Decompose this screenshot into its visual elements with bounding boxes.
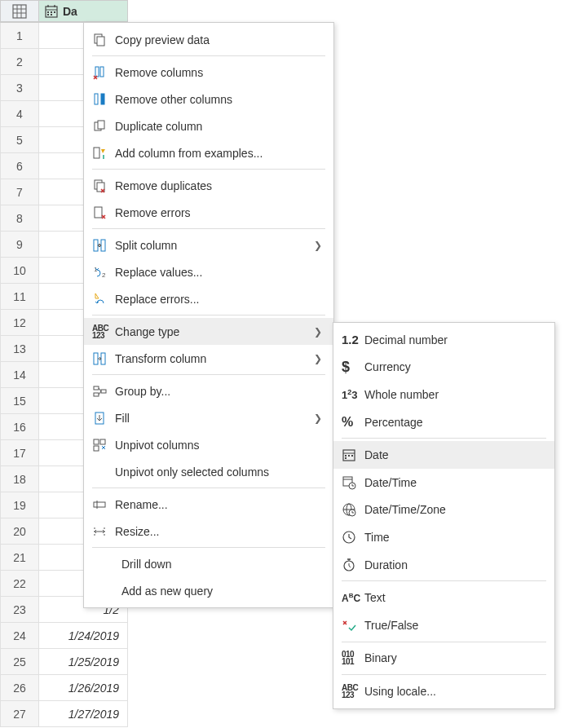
datetimezone-icon: [342, 502, 356, 517]
resize-icon: [92, 524, 107, 539]
type-binary[interactable]: 010101 Binary: [333, 645, 554, 673]
row-number[interactable]: 24: [0, 623, 39, 649]
row-number[interactable]: 14: [0, 362, 39, 388]
chevron-right-icon: ❯: [314, 240, 322, 251]
menu-change-type[interactable]: ABC123 Change type ❯: [84, 318, 333, 345]
menu-transform-column[interactable]: Transform column ❯: [84, 345, 333, 372]
menu-group-by[interactable]: Group by...: [84, 377, 333, 404]
row-number[interactable]: 8: [0, 205, 39, 232]
type-duration[interactable]: Duration: [333, 551, 554, 579]
row-number[interactable]: 11: [0, 284, 39, 310]
svg-rect-47: [348, 455, 350, 457]
row-number[interactable]: 16: [0, 414, 39, 440]
menu-copy-preview[interactable]: Copy preview data: [84, 26, 333, 53]
table-row[interactable]: 271/27/2019: [0, 701, 128, 727]
svg-text:2: 2: [102, 271, 106, 279]
row-number[interactable]: 1: [0, 23, 39, 49]
unpivot-icon: [92, 438, 107, 452]
table-row[interactable]: 241/24/2019: [0, 623, 128, 649]
menu-rename[interactable]: Rename...: [84, 491, 333, 518]
split-icon: [92, 238, 107, 253]
row-number[interactable]: 13: [0, 336, 39, 362]
data-cell[interactable]: 1/27/2019: [39, 701, 128, 727]
menu-remove-duplicates[interactable]: Remove duplicates: [84, 172, 333, 199]
separator: [92, 228, 325, 229]
svg-rect-28: [101, 240, 105, 251]
row-number[interactable]: 2: [0, 49, 39, 75]
row-number[interactable]: 12: [0, 310, 39, 336]
separator: [342, 580, 546, 581]
menu-duplicate-column[interactable]: Duplicate column: [84, 113, 333, 139]
column-header-date[interactable]: Da: [39, 0, 128, 22]
menu-remove-errors[interactable]: Remove errors: [84, 199, 333, 226]
svg-rect-16: [95, 67, 99, 77]
row-number[interactable]: 19: [0, 492, 39, 518]
menu-resize[interactable]: Resize...: [84, 518, 333, 545]
duration-icon: [342, 558, 356, 572]
type-date[interactable]: Date: [333, 441, 554, 469]
menu-remove-columns[interactable]: Remove columns: [84, 59, 333, 86]
row-number[interactable]: 7: [0, 179, 39, 205]
type-currency[interactable]: $ Currency: [333, 354, 554, 382]
row-number[interactable]: 27: [0, 701, 39, 727]
chevron-right-icon: ❯: [314, 326, 322, 338]
remove-columns-icon: [92, 65, 107, 80]
table-icon: [12, 4, 27, 19]
data-cell[interactable]: 1/24/2019: [39, 623, 128, 649]
row-number[interactable]: 23: [0, 597, 39, 623]
type-datetimezone[interactable]: Date/Time/Zone: [333, 496, 554, 524]
menu-add-as-new-query[interactable]: Add as new query: [84, 577, 333, 604]
row-number[interactable]: 9: [0, 232, 39, 258]
data-cell[interactable]: 1/26/2019: [39, 675, 128, 701]
type-whole-number[interactable]: 123 Whole number: [333, 381, 554, 408]
menu-add-from-examples[interactable]: Add column from examples...: [84, 139, 333, 166]
row-number[interactable]: 26: [0, 675, 39, 701]
svg-rect-19: [101, 94, 104, 104]
type-text[interactable]: ABC Text: [333, 584, 554, 611]
row-number[interactable]: 25: [0, 649, 39, 675]
type-percentage[interactable]: % Percentage: [333, 408, 554, 436]
row-number[interactable]: 22: [0, 571, 39, 597]
data-cell[interactable]: 1/25/2019: [39, 649, 128, 675]
transform-icon: [92, 351, 107, 366]
type-time[interactable]: Time: [333, 523, 554, 551]
type-true-false[interactable]: True/False: [333, 611, 554, 639]
table-row[interactable]: 251/25/2019: [0, 649, 128, 675]
type-decimal-number[interactable]: 1.2 Decimal number: [333, 326, 554, 354]
type-datetime[interactable]: Date/Time: [333, 469, 554, 496]
row-number[interactable]: 20: [0, 518, 39, 545]
menu-replace-values[interactable]: 12 Replace values...: [84, 258, 333, 285]
row-number[interactable]: 17: [0, 440, 39, 466]
percentage-icon: %: [342, 415, 353, 430]
menu-unpivot[interactable]: Unpivot columns: [84, 431, 333, 458]
currency-icon: $: [342, 359, 350, 376]
svg-rect-40: [94, 502, 105, 507]
table-row[interactable]: 261/26/2019: [0, 675, 128, 701]
svg-rect-35: [101, 390, 106, 393]
type-using-locale[interactable]: ABC123 Using locale...: [333, 677, 554, 705]
row-number[interactable]: 5: [0, 127, 39, 153]
menu-split-column[interactable]: Split column ❯: [84, 232, 333, 258]
row-number[interactable]: 4: [0, 101, 39, 127]
menu-unpivot-selected[interactable]: Unpivot only selected columns: [84, 458, 333, 485]
svg-rect-46: [345, 455, 347, 457]
replace-values-icon: 12: [92, 265, 107, 280]
menu-remove-other-columns[interactable]: Remove other columns: [84, 86, 333, 113]
chevron-right-icon: ❯: [314, 353, 322, 364]
row-number[interactable]: 18: [0, 466, 39, 492]
duplicate-icon: [92, 119, 107, 134]
menu-fill[interactable]: Fill ❯: [84, 404, 333, 431]
row-number[interactable]: 10: [0, 258, 39, 284]
svg-rect-13: [51, 14, 52, 15]
abc123-icon: ABC123: [342, 684, 358, 699]
row-number[interactable]: 6: [0, 153, 39, 179]
svg-rect-48: [351, 455, 353, 457]
separator: [92, 374, 325, 375]
table-corner-cell[interactable]: [0, 0, 39, 22]
menu-replace-errors[interactable]: Replace errors...: [84, 285, 333, 312]
row-number[interactable]: 15: [0, 388, 39, 414]
row-number[interactable]: 21: [0, 545, 39, 571]
menu-drill-down[interactable]: Drill down: [84, 550, 333, 577]
separator: [92, 169, 325, 170]
row-number[interactable]: 3: [0, 75, 39, 101]
